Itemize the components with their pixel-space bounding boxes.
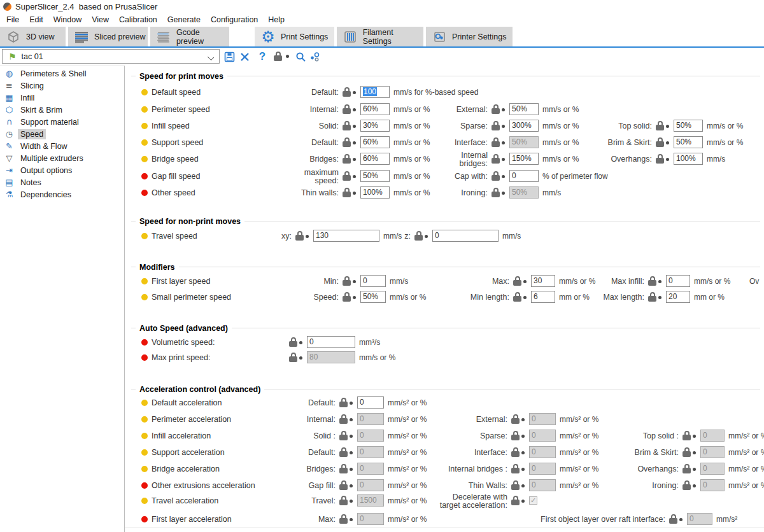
sidebar-item-speed[interactable]: ◷Speed [0,128,124,140]
tab-printer-settings[interactable]: Printer Settings [426,27,513,46]
lock-icon[interactable] [339,464,348,473]
value-input[interactable]: 50% [674,136,703,148]
menu-item-edit[interactable]: Edit [24,14,48,25]
value-input[interactable]: 0 [666,275,690,287]
menu-item-calibration[interactable]: Calibration [114,14,162,25]
value-input[interactable]: 0 [529,446,556,458]
lock-icon[interactable] [492,137,500,147]
lock-icon[interactable] [656,121,664,130]
checkbox-disabled[interactable]: ✓ [529,496,537,505]
value-input[interactable]: 0 [357,513,384,525]
lock-icon[interactable] [656,137,664,147]
value-input[interactable]: 100 [360,86,390,98]
sidebar-item-support-material[interactable]: ∩Support material [0,116,124,128]
value-input[interactable]: 0 [529,463,556,475]
lock-icon[interactable] [343,188,351,197]
value-input[interactable]: 0 [687,513,712,525]
lock-icon[interactable] [343,276,351,286]
menu-item-configuration[interactable]: Configuration [206,14,263,25]
lock-icon[interactable] [492,188,500,197]
value-input[interactable]: 0 [509,170,539,182]
lock-icon[interactable] [343,137,351,147]
lock-icon[interactable] [343,154,351,164]
lock-icon[interactable] [683,480,691,490]
tab-gcode-preview[interactable]: Gcode preview [150,27,229,46]
value-input[interactable]: 50% [509,103,539,115]
lock-icon[interactable] [492,121,500,130]
value-input[interactable]: 0 [432,230,499,242]
value-input[interactable]: 0 [360,275,386,287]
lock-icon[interactable] [343,87,351,97]
save-icon[interactable] [223,50,236,63]
value-input[interactable]: 0 [357,396,384,409]
sidebar-item-output-options[interactable]: ⇥Output options [0,164,124,176]
mode-icon[interactable] [308,50,321,63]
lock-icon[interactable] [343,292,351,302]
menu-item-window[interactable]: Window [48,14,87,25]
sidebar-item-multiple-extruders[interactable]: ▽Multiple extruders [0,152,124,164]
lock-icon[interactable] [492,171,500,181]
value-input[interactable]: 50% [509,136,539,148]
lock-icon[interactable] [492,154,500,164]
menu-item-help[interactable]: Help [263,14,290,25]
lock-icon[interactable] [289,337,297,347]
value-input[interactable]: 0 [529,430,556,442]
value-input[interactable]: 0 [529,479,556,491]
value-input[interactable]: 0 [357,413,384,425]
lock-icon[interactable] [343,171,351,181]
search-icon[interactable] [294,50,307,63]
lock-icon[interactable] [656,154,664,164]
lock-icon[interactable] [669,514,677,524]
lock-icon[interactable] [511,414,520,424]
value-input[interactable]: 1500 [357,494,384,507]
lock-icon[interactable] [339,447,348,457]
lock-icon[interactable] [511,464,520,473]
menu-item-file[interactable]: File [1,14,24,25]
sidebar-item-dependencies[interactable]: ⚗Dependencies [0,188,124,200]
lock-icon[interactable] [511,447,520,457]
lock-icon[interactable] [492,104,500,114]
menu-item-generate[interactable]: Generate [162,14,206,25]
value-input[interactable]: 300% [509,120,539,132]
value-input[interactable]: 20 [666,291,690,303]
tab-filament-settings[interactable]: Filament Settings [337,27,423,46]
lock-icon[interactable] [339,431,348,440]
lock-icon[interactable] [683,431,691,440]
delete-preset-icon[interactable] [238,50,251,63]
value-input[interactable]: 0 [357,446,384,458]
value-input[interactable]: 50% [360,291,386,303]
sidebar-item-infill[interactable]: ▦Infill [0,92,124,104]
value-input[interactable]: 150% [509,153,539,165]
sidebar-item-skirt-brim[interactable]: ⬡Skirt & Brim [0,104,124,116]
lock-icon[interactable] [511,496,520,505]
value-input[interactable]: 0 [307,336,355,348]
value-input[interactable]: 0 [700,430,725,442]
lock-icon[interactable] [339,414,348,424]
lock-icon[interactable] [648,292,656,302]
lock-icon[interactable] [339,398,348,407]
value-input[interactable]: 0 [357,430,384,442]
value-input[interactable]: 0 [357,463,384,475]
value-input[interactable]: 0 [529,413,556,425]
value-input[interactable]: 50% [509,186,539,199]
value-input[interactable]: 80 [307,351,355,363]
lock-icon[interactable] [339,514,348,524]
lock-icon[interactable] [274,52,282,61]
value-input[interactable]: 100% [674,153,703,165]
sidebar-item-perimeters-shell[interactable]: ◍Perimeters & Shell [0,67,124,80]
value-input[interactable]: 0 [357,479,384,491]
tab-print-settings[interactable]: ⚙ Print Settings [255,27,334,46]
value-input[interactable]: 0 [700,446,725,458]
lock-icon[interactable] [513,292,521,302]
lock-icon[interactable] [343,104,351,114]
lock-icon[interactable] [648,276,656,286]
value-input[interactable]: 0 [700,479,725,491]
lock-icon[interactable] [511,480,520,490]
sidebar-item-slicing[interactable]: ≡Slicing [0,80,124,92]
lock-icon[interactable] [339,496,348,505]
value-input[interactable]: 50% [674,120,703,132]
tab-sliced-preview[interactable]: Sliced preview [68,27,148,46]
lock-icon[interactable] [683,447,691,457]
lock-icon[interactable] [289,353,297,362]
lock-icon[interactable] [683,464,691,473]
